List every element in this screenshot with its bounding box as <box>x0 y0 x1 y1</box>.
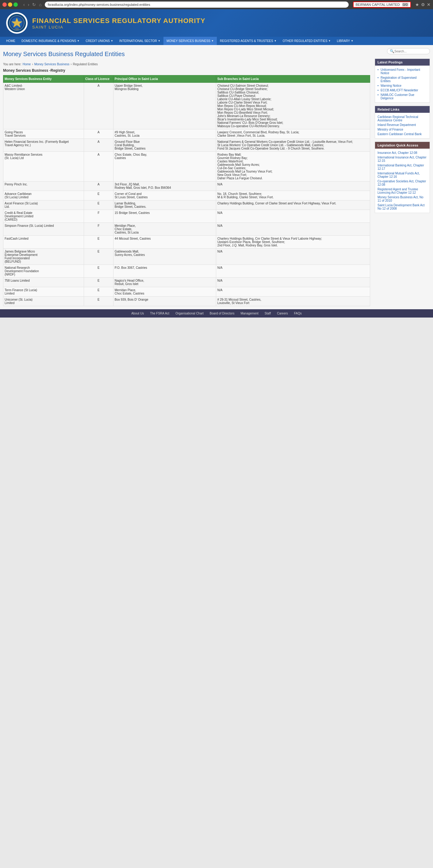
bookmark-icon[interactable]: ★ <box>415 2 419 7</box>
nav-money-services[interactable]: MONEY SERVICES BUSINESS ▼ <box>164 37 217 45</box>
footer-faqs[interactable]: FAQs <box>294 312 302 315</box>
leg-link-4[interactable]: International Mutual Funds Act, Chapter … <box>377 171 427 179</box>
table-row: Massy Remittance Services (St. Lucia) Lt… <box>3 152 370 181</box>
footer-org-chart[interactable]: Organisational Chart <box>175 312 204 315</box>
site-header: FSRA FINANCIAL SERVICES REGULATORY AUTHO… <box>0 9 433 37</box>
breadcrumb-home[interactable]: Home <box>23 63 31 66</box>
back-button[interactable]: ‹ <box>22 2 26 7</box>
class-cell-4: A <box>84 181 113 191</box>
class-cell-11: E <box>84 265 113 278</box>
nav-registered-agents[interactable]: REGISTERED AGENTS & TRUSTEES ▼ <box>217 37 280 45</box>
class-cell-14: E <box>84 297 113 306</box>
popup-count: 0/0 <box>402 3 408 6</box>
footer-about[interactable]: About Us <box>131 312 144 315</box>
entity-cell-11: National Research Development Foundation… <box>3 265 84 278</box>
logo-text: FINANCIAL SERVICES REGULATORY AUTHORITY … <box>32 17 205 29</box>
dropdown-arrow: ▼ <box>158 39 161 42</box>
table-row: Simpson Finance (St. Lucia) LimitedFMeri… <box>3 223 370 236</box>
posting-link-4[interactable]: ECCB AML/CFT Newsletter <box>377 88 427 93</box>
dropdown-arrow: ▼ <box>111 39 113 42</box>
related-link-3[interactable]: Ministry of Finance <box>377 127 427 132</box>
footer-fsra-act[interactable]: The FSRA Act <box>150 312 169 315</box>
branches-cell-4: N/A <box>216 181 370 191</box>
principal-cell-9: 44 Micoud Street, Castries <box>113 236 216 249</box>
entity-cell-5: Advance Caribbean (St Lucia) Limited <box>3 191 84 200</box>
registry-title: Money Services Business -Registry <box>3 68 370 73</box>
url-text: fsrastlucia.org/index.php/money-services… <box>48 3 150 6</box>
search-bar[interactable]: 🔍 <box>387 48 430 54</box>
breadcrumb-msb[interactable]: Money Services Business <box>34 63 69 66</box>
logo: FSRA <box>6 12 28 34</box>
nav-other-regulated[interactable]: OTHER REGULATED ENTITIES ▼ <box>280 37 334 45</box>
latest-postings-content: Unlicensed Forex - Important Notice Regi… <box>375 66 430 102</box>
site-footer: About Us The FSRA Act Organisational Cha… <box>0 309 433 317</box>
nav-library[interactable]: LIBRARY ▼ <box>334 37 357 45</box>
footer-management[interactable]: Management <box>240 312 258 315</box>
settings-icon[interactable]: ⚙ <box>421 2 425 7</box>
footer-board[interactable]: Board of Directors <box>210 312 235 315</box>
footer-careers[interactable]: Careers <box>277 312 288 315</box>
branches-cell-10: N/A <box>216 249 370 265</box>
principal-cell-0: Upper Bridge Street, Mongroo Building <box>113 83 216 129</box>
posting-link-2[interactable]: Registration of Supervised Entities <box>377 75 427 83</box>
branches-cell-2: National Farmers & General Workers Co-op… <box>216 139 370 152</box>
leg-link-3[interactable]: International Banking Act, Chapter 12:17 <box>377 163 427 171</box>
minimize-button[interactable] <box>8 2 12 7</box>
principal-cell-12: Nagico's Head Office, Reduit, Gros Islet <box>113 278 216 287</box>
url-bar[interactable]: fsrastlucia.org/index.php/money-services… <box>45 2 349 8</box>
registry-table: Money Services Business Entity Class of … <box>3 75 370 306</box>
class-cell-12: E <box>84 278 113 287</box>
content-area: Money Services Business Regulated Entiti… <box>3 48 370 306</box>
page-title: Money Services Business Regulated Entiti… <box>3 48 370 60</box>
table-row: National Research Development Foundation… <box>3 265 370 278</box>
entity-cell-2: Helen Financial Services Inc. (Formerly … <box>3 139 84 152</box>
nav-domestic-insurance[interactable]: DOMESTIC INSURANCE & PENSIONS ▼ <box>19 37 83 45</box>
leg-link-6[interactable]: Registered Agent and Trustee Licencing A… <box>377 187 427 195</box>
principal-cell-5: Corner of Coral and St Louis Street, Cas… <box>113 191 216 200</box>
class-cell-10: E <box>84 249 113 265</box>
close-button[interactable] <box>2 2 7 7</box>
leg-link-7[interactable]: Money Services Business Act, No 11 of 20… <box>377 195 427 203</box>
th-entity: Money Services Business Entity <box>3 75 84 83</box>
leg-link-2[interactable]: International Insurance Act, Chapter 12:… <box>377 155 427 163</box>
principal-cell-4: 3rd Floor, JQ Mall, Rodney Mall, Gros Is… <box>113 181 216 191</box>
site-subtitle: SAINT LUCIA <box>32 25 205 29</box>
posting-link-3[interactable]: Warning Notice <box>377 83 427 88</box>
reload-button[interactable]: ↻ <box>31 2 37 7</box>
related-link-2[interactable]: Inland Revenue Department <box>377 123 427 127</box>
class-cell-2: A <box>84 139 113 152</box>
footer-staff[interactable]: Staff <box>265 312 271 315</box>
principal-cell-8: Meridian Place, Choc Estate, Castries, S… <box>113 223 216 236</box>
maximize-button[interactable] <box>13 2 18 7</box>
related-link-1[interactable]: Caribbean Regional Technical Assistance … <box>377 115 427 123</box>
home-button[interactable]: ⌂ <box>38 2 42 7</box>
breadcrumb-sep2: › <box>70 63 71 66</box>
logo-svg: FSRA <box>9 15 25 31</box>
table-row: 758 Loans LimitedENagico's Head Office, … <box>3 278 370 287</box>
popup-notification: BEIRMAN CAPITAL LIMITED 0/0 <box>353 2 411 8</box>
search-input[interactable] <box>394 50 427 53</box>
related-links-content: Caribbean Regional Technical Assistance … <box>375 113 430 138</box>
related-links-section: Related Links Caribbean Regional Technic… <box>375 106 430 138</box>
leg-link-8[interactable]: Saint Lucia Development Bank Act No 12 o… <box>377 203 427 211</box>
table-row: Advance Caribbean (St Lucia) LimitedECor… <box>3 191 370 200</box>
leg-link-5[interactable]: Co-operative Societies Act, Chapter 12:0… <box>377 179 427 187</box>
nav-home[interactable]: HOME <box>3 37 19 45</box>
close-tab-icon[interactable]: ✕ <box>427 2 431 7</box>
related-link-4[interactable]: Eastern Caribbean Central Bank <box>377 132 427 136</box>
latest-postings-section: Latest Postings Unlicensed Forex - Impor… <box>375 59 430 103</box>
nav-credit-unions[interactable]: CREDIT UNIONS ▼ <box>83 37 116 45</box>
entity-cell-10: James Belgrave Micro Enterprise Developm… <box>3 249 84 265</box>
leg-link-1[interactable]: Insurance Act, Chapter 12:08 <box>377 151 427 155</box>
posting-link-1[interactable]: Unlicensed Forex - Important Notice <box>377 67 427 75</box>
forward-button[interactable]: › <box>27 2 31 7</box>
entity-cell-13: Term Finance (St Lucia) Limited <box>3 287 84 297</box>
entity-cell-6: Axcel Finance (St Lucia) Ltd. <box>3 200 84 210</box>
entity-cell-9: FastCash Limited <box>3 236 84 249</box>
logo-inner: FSRA <box>8 14 26 32</box>
branches-cell-3: Rodney Bay Mall; Gourmet Rodney Bay; Cas… <box>216 152 370 181</box>
nav-international-sector[interactable]: INTERNATIONAL SECTOR ▼ <box>116 37 164 45</box>
dropdown-arrow: ▼ <box>274 39 277 42</box>
dropdown-arrow: ▼ <box>77 39 80 42</box>
posting-link-5[interactable]: NAMLOC Customer Due Delgence <box>377 93 427 100</box>
